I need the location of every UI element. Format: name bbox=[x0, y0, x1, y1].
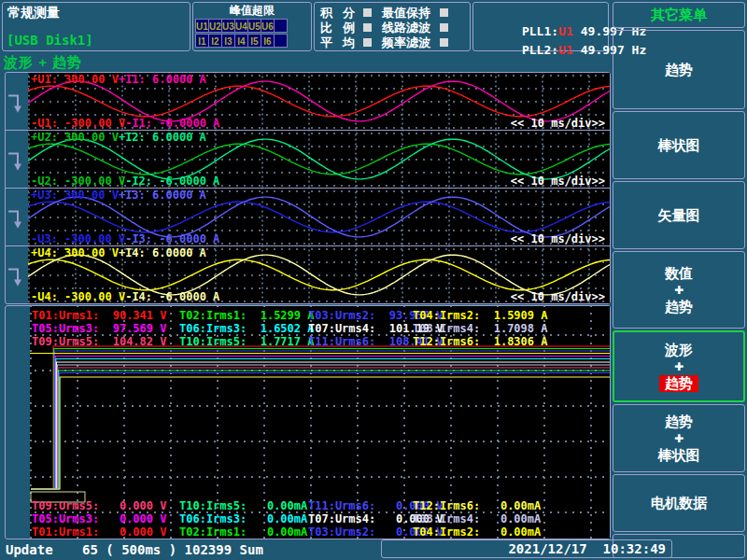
i-negative-scale: -I4: -6.0000 A bbox=[125, 290, 219, 303]
sidebar-title-label: 其它菜单 bbox=[651, 7, 707, 24]
datetime-box: 2021/12/17 10:32:49 bbox=[381, 539, 672, 558]
peak-cell-u5: U5 bbox=[247, 19, 261, 33]
sidebar-item-waveform-plus-trend[interactable]: 波形 ✚ 趋势 bbox=[613, 330, 745, 402]
i-positive-scale: +I4: 6.0000 A bbox=[119, 246, 206, 259]
trend-reading: T04:Irms2: 1.5909 A bbox=[413, 309, 548, 322]
u-negative-scale: -U1: -300.00 V bbox=[31, 117, 125, 130]
down-arrow-icon bbox=[6, 246, 28, 303]
u-positive-scale: +U3: 300.00 V bbox=[31, 189, 119, 202]
waveform-bottom-labels: -U1: -300.00 V-I1: -6.0000 A bbox=[31, 117, 219, 130]
integration-filter-box: 积 分 最值保持 比 例 线路滤波 平 均 频率滤波 bbox=[314, 2, 471, 51]
waveform-plot-area: +U2: 300.00 V+I2: 6.0000 A -U2: -300.00 … bbox=[28, 131, 610, 188]
trend-reading: T06:Irms3: 1.6502 A bbox=[179, 322, 315, 335]
freq-filter-label: 频率滤波 bbox=[382, 35, 434, 51]
waveform-top-labels: +U1: 300.00 V+I1: 6.0000 A bbox=[31, 73, 206, 86]
down-arrow-icon bbox=[6, 73, 28, 130]
waveform-channel-2: +U2: 300.00 V+I2: 6.0000 A -U2: -300.00 … bbox=[6, 131, 610, 189]
menu-label: 电机数据 bbox=[651, 495, 707, 511]
trend-reading: T08:Irms4: 1.7098 A bbox=[413, 322, 548, 335]
sidebar-item-vector-chart[interactable]: 矢量图 bbox=[613, 181, 745, 249]
sidebar-item-trend[interactable]: 趋势 bbox=[613, 30, 745, 109]
peak-limit-current-row: I1 I2 I3 I4 I5 I6 bbox=[196, 34, 288, 48]
average-checkbox[interactable] bbox=[363, 38, 372, 47]
menu-label: 矢量图 bbox=[658, 207, 700, 224]
peak-cell-u1: U1 bbox=[195, 19, 209, 33]
update-counter: 65 ( 500ms ) 102399 Sum bbox=[82, 542, 263, 557]
waveform-bottom-labels: -U4: -300.00 V-I4: -6.0000 A bbox=[31, 290, 219, 303]
waveform-plot-area: +U4: 300.00 V+I4: 6.0000 A -U4: -300.00 … bbox=[28, 246, 610, 303]
waveform-display: +U1: 300.00 V+I1: 6.0000 A -U1: -300.00 … bbox=[5, 72, 611, 304]
u-negative-scale: -U4: -300.00 V bbox=[31, 290, 125, 303]
trend-display: T01:Urms1: 90.341 V T02:Irms1: 1.5299 A … bbox=[5, 305, 611, 539]
freq-filter-checkbox[interactable] bbox=[440, 38, 448, 47]
menu-label: 趋势 bbox=[665, 413, 693, 430]
trend-reading: T12:Irms6: 0.00mA bbox=[413, 499, 541, 512]
peak-over-limit-box: 峰值超限 U1 U2 U3 U4 U5 U6 I1 I2 I3 I4 I5 I6 bbox=[192, 2, 312, 51]
i-positive-scale: +I3: 6.0000 A bbox=[119, 189, 206, 202]
peak-cell-u2: U2 bbox=[208, 19, 222, 33]
ratio-checkbox[interactable] bbox=[363, 23, 372, 32]
integ-label: 均 bbox=[343, 35, 358, 51]
sidebar-title: 其它菜单 bbox=[613, 2, 745, 28]
zero-level-marker bbox=[6, 189, 28, 245]
down-arrow-icon bbox=[6, 131, 28, 188]
trend-reading: T06:Irms3: 0.00mA bbox=[179, 512, 307, 525]
measure-mode-box: 常规测量 [USB Disk1] bbox=[2, 2, 190, 51]
i-negative-scale: -I1: -6.0000 A bbox=[125, 117, 219, 130]
plus-icon: ✚ bbox=[674, 361, 684, 372]
timebase-label: << 10 ms/div>> bbox=[511, 232, 605, 245]
waveform-top-labels: +U4: 300.00 V+I4: 6.0000 A bbox=[31, 246, 206, 259]
max-hold-checkbox[interactable] bbox=[440, 8, 448, 17]
waveform-top-labels: +U3: 300.00 V+I3: 6.0000 A bbox=[31, 189, 206, 202]
i-negative-scale: -I2: -6.0000 A bbox=[125, 175, 219, 188]
waveform-plot-area: +U1: 300.00 V+I1: 6.0000 A -U1: -300.00 … bbox=[28, 73, 610, 130]
plus-icon: ✚ bbox=[674, 433, 684, 444]
plus-icon: ✚ bbox=[674, 285, 684, 296]
zero-level-marker bbox=[6, 131, 28, 188]
peak-cell-i-extra bbox=[274, 34, 288, 48]
zero-level-marker bbox=[6, 73, 28, 130]
integration-row-2: 比 例 线路滤波 bbox=[320, 21, 448, 35]
instrument-screen: 常规测量 [USB Disk1] 峰值超限 U1 U2 U3 U4 U5 U6 … bbox=[0, 0, 747, 560]
trend-left-margin bbox=[6, 306, 30, 539]
peak-over-limit-title: 峰值超限 bbox=[193, 3, 311, 19]
trend-reading: T09:Urms5: 104.82 V bbox=[32, 335, 167, 348]
u-positive-scale: +U2: 300.00 V bbox=[31, 131, 119, 144]
peak-cell-i3: I3 bbox=[221, 34, 235, 48]
sidebar-item-numeric-plus-trend[interactable]: 数值 ✚ 趋势 bbox=[613, 251, 745, 329]
u-negative-scale: -U3: -300.00 V bbox=[31, 232, 125, 245]
line-filter-checkbox[interactable] bbox=[440, 23, 448, 32]
usb-disk-label: [USB Disk1] bbox=[7, 33, 93, 48]
sidebar-item-motor-data[interactable]: 电机数据 bbox=[613, 474, 745, 532]
view-title: 波形 + 趋势 bbox=[4, 54, 82, 72]
trend-reading: T02:Irms1: 0.00mA bbox=[179, 525, 307, 539]
peak-cell-i6: I6 bbox=[261, 34, 275, 48]
sidebar-item-trend-plus-bar[interactable]: 趋势 ✚ 棒状图 bbox=[613, 404, 745, 472]
menu-label: 棒状图 bbox=[658, 137, 700, 154]
u-positive-scale: +U1: 300.00 V bbox=[31, 73, 119, 86]
integration-row-1: 积 分 最值保持 bbox=[320, 6, 448, 20]
integration-checkbox[interactable] bbox=[363, 8, 372, 17]
u-positive-scale: +U4: 300.00 V bbox=[31, 246, 119, 259]
peak-cell-u3: U3 bbox=[221, 19, 235, 33]
sidebar-item-bar-chart[interactable]: 棒状图 bbox=[613, 111, 745, 179]
pll2-source: U1 bbox=[558, 43, 573, 57]
integ-label: 平 bbox=[320, 35, 335, 51]
datetime-value: 2021/12/17 10:32:49 bbox=[508, 541, 666, 556]
menu-label-highlighted: 趋势 bbox=[659, 375, 698, 392]
i-positive-scale: +I2: 6.0000 A bbox=[119, 131, 206, 144]
update-label: Update bbox=[6, 542, 53, 557]
peak-cell-u-extra bbox=[274, 19, 288, 33]
trend-reading: T05:Urms3: 97.569 V bbox=[32, 322, 167, 335]
zero-level-marker bbox=[6, 246, 28, 303]
menu-label: 趋势 bbox=[665, 299, 693, 315]
peak-cell-u6: U6 bbox=[261, 19, 275, 33]
waveform-bottom-labels: -U3: -300.00 V-I3: -6.0000 A bbox=[31, 232, 219, 245]
menu-label: 趋势 bbox=[665, 62, 693, 78]
peak-limit-voltage-row: U1 U2 U3 U4 U5 U6 bbox=[196, 19, 288, 33]
trend-reading: T10:Irms5: 0.00mA bbox=[179, 499, 307, 512]
peak-cell-i5: I5 bbox=[247, 34, 261, 48]
menu-label: 波形 bbox=[665, 342, 693, 358]
waveform-channel-3: +U3: 300.00 V+I3: 6.0000 A -U3: -300.00 … bbox=[6, 189, 610, 246]
peak-cell-i4: I4 bbox=[234, 34, 248, 48]
